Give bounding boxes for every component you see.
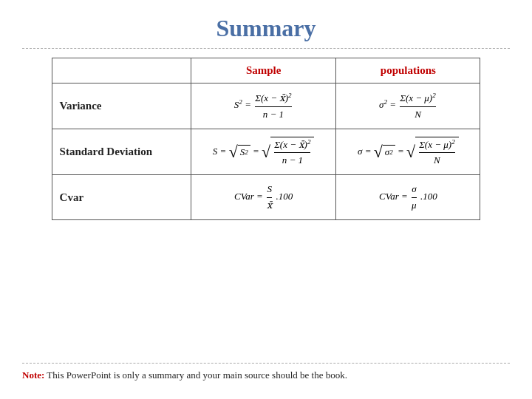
cvar-pop-formula: CVar = σ μ .100 <box>336 175 480 219</box>
variance-pop-formula: σ2 = Σ(x − μ)2 N <box>336 83 480 129</box>
label-variance: Variance <box>52 83 191 129</box>
bottom-divider <box>22 363 510 364</box>
page: Summary Sample populations Variance S2 = <box>0 0 532 399</box>
note-text: This PowerPoint is only a summary and yo… <box>44 369 347 381</box>
table-wrapper: Sample populations Variance S2 = Σ(x − x… <box>22 58 510 363</box>
title-area: Summary <box>22 15 510 42</box>
label-cvar: Cvar <box>52 175 191 219</box>
page-title: Summary <box>216 15 316 41</box>
table-row: Standard Deviation S = √ S2 = <box>52 129 480 175</box>
top-divider <box>22 48 510 49</box>
cvar-sample-formula: CVar = S x̄ .100 <box>191 175 336 219</box>
note-area: Note: This PowerPoint is only a summary … <box>22 369 510 384</box>
header-populations: populations <box>336 58 480 83</box>
label-std-dev: Standard Deviation <box>52 129 191 175</box>
variance-sample-formula: S2 = Σ(x − x̄)2 n − 1 <box>191 83 336 129</box>
note-label: Note: <box>22 369 44 381</box>
table-row: Cvar CVar = S x̄ .100 CV <box>52 175 480 219</box>
header-empty <box>52 58 191 83</box>
stddev-pop-formula: σ = √ σ2 = √ <box>336 129 480 175</box>
header-sample: Sample <box>191 58 336 83</box>
stddev-sample-formula: S = √ S2 = √ <box>191 129 336 175</box>
summary-table: Sample populations Variance S2 = Σ(x − x… <box>52 58 481 220</box>
table-row: Variance S2 = Σ(x − x̄)2 n − 1 σ2 = <box>52 83 480 129</box>
